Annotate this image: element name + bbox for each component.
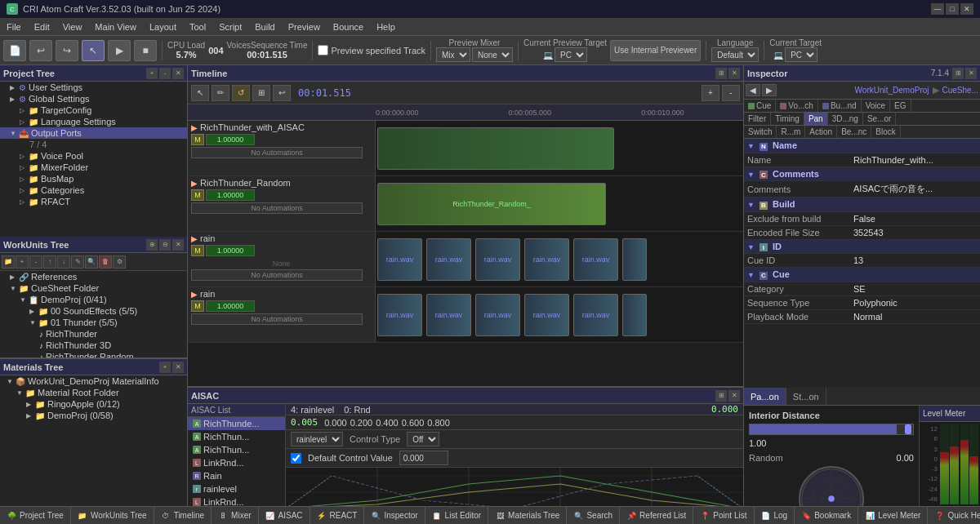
aisac-item-linkrnd[interactable]: L LinkRnd... xyxy=(188,495,285,506)
bottom-project-tree[interactable]: 🌳 Project Tree xyxy=(0,507,71,524)
wt-btn-8[interactable]: 🗑 xyxy=(99,255,112,269)
track-vol-2[interactable]: 1.00000 xyxy=(206,189,255,201)
lower-tab-st[interactable]: St...on xyxy=(786,388,826,405)
ins-tab-voice[interactable]: Vo...ch xyxy=(776,100,818,112)
tree-item-global-settings[interactable]: ▶ ⚙ Global Settings xyxy=(0,93,187,104)
track-vol-4[interactable]: 1.00000 xyxy=(206,300,255,312)
project-tree-icon-1[interactable]: + xyxy=(146,68,158,79)
wt-btn-2[interactable]: + xyxy=(16,255,29,269)
tree-item-voice-pool[interactable]: ▷ 📁 Voice Pool xyxy=(0,150,187,162)
menu-bounce[interactable]: Bounce xyxy=(327,18,370,35)
wt-cuesheet-folder[interactable]: ▼ 📁 CueSheet Folder xyxy=(0,282,187,294)
aisac-close[interactable]: ✕ xyxy=(728,390,740,402)
ins-tab-sensor[interactable]: Se...or xyxy=(863,113,896,125)
undo-button[interactable]: ↩ xyxy=(29,40,52,61)
wt-btn-6[interactable]: ✎ xyxy=(71,255,84,269)
track-mute-1[interactable]: M xyxy=(191,134,204,145)
ins-tab-filter[interactable]: Filter xyxy=(744,113,771,125)
wt-icon-3[interactable]: ✕ xyxy=(172,239,184,251)
language-select[interactable]: Default xyxy=(711,47,759,62)
project-tree-icon-2[interactable]: - xyxy=(159,68,171,79)
target-select[interactable]: PC xyxy=(555,47,587,62)
ins-tab-block[interactable]: Block xyxy=(871,126,900,138)
menu-file[interactable]: File xyxy=(0,18,28,35)
ins-nav-fwd[interactable]: ▶ xyxy=(762,84,777,96)
bottom-referred-list[interactable]: 📌 Referred List xyxy=(620,507,693,524)
tl-icon-1[interactable]: ⊞ xyxy=(715,68,727,79)
aisac-item-rainlevel[interactable]: r rainlevel xyxy=(188,482,285,495)
ins-tab-pan[interactable]: Pan xyxy=(804,113,828,125)
mat-icon-1[interactable]: + xyxy=(159,362,171,373)
track-auto-btn-1[interactable]: No Automations xyxy=(191,147,363,158)
wt-icon-1[interactable]: ⊕ xyxy=(146,239,158,251)
mat-ringo[interactable]: ▶ 📁 RingoApple (0/12) xyxy=(0,398,187,410)
current-target2-select[interactable]: PC xyxy=(785,47,817,62)
tl-zoom-in[interactable]: + xyxy=(702,85,719,101)
track-mute-3[interactable]: M xyxy=(191,245,204,256)
mix-select[interactable]: Mix xyxy=(436,47,470,62)
menu-layout[interactable]: Layout xyxy=(143,18,183,35)
wt-demoproj[interactable]: ▼ 📋 DemoProj (0/41) xyxy=(0,294,187,305)
aisac-control-select[interactable]: Off xyxy=(407,432,439,446)
lower-tab-pan[interactable]: Pa...on xyxy=(744,388,786,405)
menu-script[interactable]: Script xyxy=(212,18,248,35)
tl-select-btn[interactable]: ↖ xyxy=(191,85,209,101)
wt-btn-1[interactable]: 📁 xyxy=(2,255,15,269)
mat-icon-2[interactable]: ✕ xyxy=(172,362,184,373)
ins-tab-benc[interactable]: Be...nc xyxy=(837,126,871,138)
tree-item-rfact[interactable]: ▷ 📁 RFACT xyxy=(0,196,187,207)
close-button[interactable]: ✕ xyxy=(960,3,973,15)
wt-richthunder-3d[interactable]: ♪ RichThunder 3D xyxy=(0,340,187,351)
track-auto-btn-2[interactable]: No Automations xyxy=(191,202,363,214)
minimize-button[interactable]: — xyxy=(931,3,944,15)
bottom-list-editor[interactable]: 📋 List Editor xyxy=(425,507,488,524)
wt-btn-3[interactable]: - xyxy=(29,255,42,269)
bottom-search[interactable]: 🔍 Search xyxy=(567,507,620,524)
aisac-item-1[interactable]: A RichThun... xyxy=(188,430,285,443)
tree-item-user-settings[interactable]: ▶ ⚙ User Settings xyxy=(0,82,187,93)
tl-snap-btn[interactable]: ⊞ xyxy=(252,85,270,101)
menu-build[interactable]: Build xyxy=(248,18,281,35)
menu-edit[interactable]: Edit xyxy=(28,18,56,35)
tl-zoom-out[interactable]: - xyxy=(722,85,740,101)
use-internal-btn[interactable]: Use Internal Previewer xyxy=(610,40,701,61)
aisac-item-0[interactable]: A RichThunde... xyxy=(188,417,285,430)
tree-item-targetconfig[interactable]: ▷ 📁 TargetConfig xyxy=(0,104,187,116)
track-vol-3[interactable]: 1.00000 xyxy=(206,245,255,256)
bottom-bookmark[interactable]: 🔖 Bookmark xyxy=(795,507,858,524)
wt-btn-7[interactable]: 🔍 xyxy=(85,255,98,269)
wt-thunder-folder[interactable]: ▼ 📁 01 Thunder (5/5) xyxy=(0,317,187,328)
preview-track-checkbox[interactable]: Preview specified Track xyxy=(318,45,425,56)
wt-richthunder-random[interactable]: ♪ RichThunder Random xyxy=(0,351,187,359)
menu-preview[interactable]: Preview xyxy=(282,18,327,35)
aisac-icon-1[interactable]: ⊞ xyxy=(715,390,727,402)
menu-mainview[interactable]: Main View xyxy=(88,18,143,35)
tree-item-busmap[interactable]: ▷ 📁 BusMap xyxy=(0,173,187,184)
tree-item-output-ports[interactable]: ▼ 📤 Output Ports xyxy=(0,127,187,139)
ins-icon-1[interactable]: ⊞ xyxy=(952,68,964,79)
select-button[interactable]: ↖ xyxy=(82,40,105,61)
menu-view[interactable]: View xyxy=(56,18,89,35)
bottom-level-meter[interactable]: 📊 Level Meter xyxy=(858,507,928,524)
bottom-mixer[interactable]: 🎚 Mixer xyxy=(212,507,258,524)
wt-btn-4[interactable]: ↑ xyxy=(43,255,56,269)
wt-sound-effects[interactable]: ▶ 📁 00 SoundEffects (5/5) xyxy=(0,305,187,317)
track-content-3[interactable]: rain.wav rain.wav rain.wav rain.wav rain… xyxy=(376,232,743,286)
stop-button[interactable]: ■ xyxy=(134,40,157,61)
ins-tab-cue[interactable]: Cue xyxy=(744,100,776,112)
menu-tool[interactable]: Tool xyxy=(183,18,212,35)
bottom-react[interactable]: ⚡ REACT xyxy=(310,507,365,524)
bottom-inspector[interactable]: 🔍 Inspector xyxy=(364,507,425,524)
track-mute-4[interactable]: M xyxy=(191,300,204,312)
track-mute-2[interactable]: M xyxy=(191,189,204,201)
ins-tab-action[interactable]: Action xyxy=(805,126,837,138)
interior-slider[interactable] xyxy=(749,424,914,435)
tl-prev-btn[interactable]: ↩ xyxy=(273,85,291,101)
preview-track-input[interactable] xyxy=(318,45,328,56)
ins-nav-back[interactable]: ◀ xyxy=(746,84,760,96)
ins-tab-3d[interactable]: 3D...ng xyxy=(828,113,863,125)
aisac-item-2[interactable]: A RichThun... xyxy=(188,443,285,456)
mat-root[interactable]: ▼ 📁 Material Root Folder xyxy=(0,387,187,398)
redo-button[interactable]: ↪ xyxy=(56,40,78,61)
wt-btn-9[interactable]: ⚙ xyxy=(113,255,126,269)
